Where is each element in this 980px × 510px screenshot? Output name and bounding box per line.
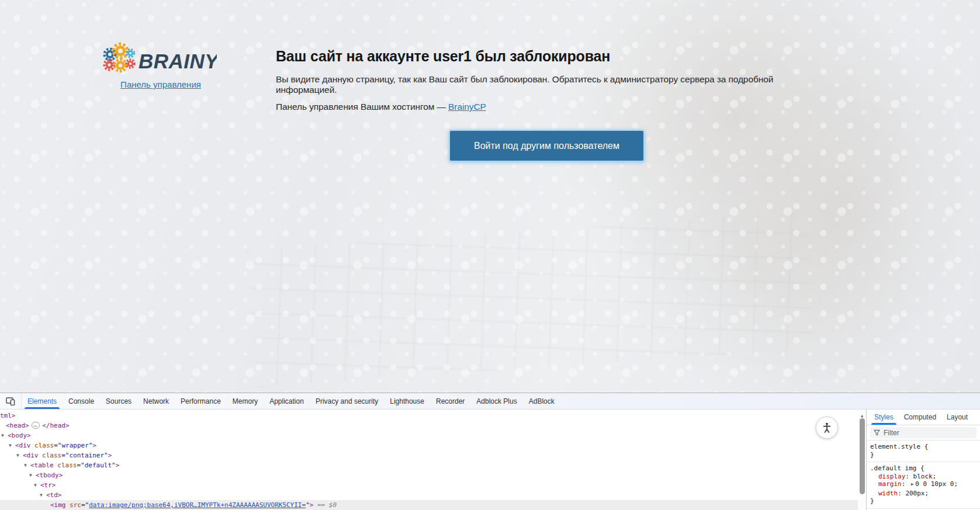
devtools-tab-adblock[interactable]: AdBlock [523, 393, 560, 409]
accessibility-button[interactable] [816, 417, 838, 439]
expand-arrow-icon[interactable]: ▼ [1, 431, 8, 440]
elements-tree-row[interactable]: ▼<div class="container"> [0, 450, 866, 460]
tree-node-tag: <div [15, 442, 31, 449]
expand-arrow-icon[interactable]: ▼ [34, 480, 40, 490]
styles-filter-row: Filter [867, 425, 980, 440]
elements-tree-row-selected[interactable]: <img src="data:image/png;base64,iVBOR…IM… [0, 500, 866, 510]
devtools-tabs: ElementsConsoleSourcesNetworkPerformance… [22, 393, 560, 409]
css-property-name[interactable]: display [878, 473, 905, 480]
devtools-tab-console[interactable]: Console [63, 393, 100, 409]
devtools-body: tml><head>…</head>▼<body>▼<div class="wr… [0, 410, 980, 510]
devtools-panel: ElementsConsoleSourcesNetworkPerformance… [0, 393, 980, 510]
devtools-tab-sources[interactable]: Sources [100, 393, 137, 409]
devtools-tab-performance[interactable]: Performance [175, 393, 227, 409]
background-keyboard-hint [247, 211, 816, 387]
elements-tree-row[interactable]: <head>…</head> [0, 421, 866, 431]
elements-tree-row[interactable]: ▼<td> [0, 490, 866, 500]
tree-node-val: ="container" [61, 452, 108, 459]
styles-rules: element.style {}.default img {display: b… [867, 440, 980, 510]
tree-node-val: =" [81, 501, 89, 509]
tree-node-note: == $0 [313, 501, 337, 509]
css-property-name[interactable]: margin [878, 480, 902, 488]
elements-tree-row[interactable]: ▼<body> [0, 431, 866, 440]
css-selector[interactable]: element.style { [870, 443, 976, 451]
elements-tree-row[interactable]: ▼<tr> [0, 480, 866, 490]
elements-tree: tml><head>…</head>▼<body>▼<div class="wr… [0, 411, 866, 510]
collapsed-content-button[interactable]: … [32, 422, 40, 429]
elements-tree-panel[interactable]: tml><head>…</head>▼<body>▼<div class="wr… [0, 410, 866, 510]
expand-arrow-icon[interactable]: ▼ [29, 470, 36, 480]
tree-node-tag: > [108, 452, 112, 459]
tree-node-tag: > [116, 462, 120, 469]
tree-node-val: ="default" [77, 462, 116, 469]
tree-node-link[interactable]: data:image/png;base64,iVBOR…IMYPTk+n4ZAA… [89, 501, 306, 509]
elements-tree-row[interactable]: tml> [0, 411, 866, 421]
css-declaration[interactable]: margin: ▶0 0 10px 0; [870, 480, 976, 490]
tree-node-tag: <body> [8, 432, 31, 439]
tree-node-tag: tml> [0, 412, 16, 419]
logo-block: BRAINY Панель управления [102, 42, 219, 90]
tree-node-attr: class [39, 452, 62, 459]
css-property-value[interactable]: 0 0 10px 0; [915, 480, 958, 488]
expand-arrow-icon[interactable]: ▼ [24, 460, 30, 470]
tree-node-tag: <table [30, 462, 54, 469]
tree-node-attr: src [66, 501, 82, 509]
css-rule-default-img[interactable]: .default img {display: block;margin: ▶0 … [867, 462, 980, 509]
control-panel-link[interactable]: Панель управления [120, 79, 201, 89]
styles-sidebar-tabs: StylesComputedLayout [867, 410, 980, 425]
expand-shorthand-icon[interactable]: ▶ [911, 481, 913, 489]
tree-node-attr: class [31, 442, 54, 449]
tree-node-val: ="wrapper" [54, 442, 92, 449]
devtools-tab-elements[interactable]: Elements [22, 393, 63, 409]
toggle-device-toolbar-button[interactable] [0, 393, 22, 409]
login-other-user-button[interactable]: Войти под другим пользователем [449, 130, 645, 162]
devtools-tab-application[interactable]: Application [264, 393, 310, 409]
scrollbar-thumb[interactable] [860, 418, 865, 494]
devtools-tab-recorder[interactable]: Recorder [430, 393, 470, 409]
css-declaration[interactable]: display: block; [870, 473, 976, 481]
styles-sidebar-tab-computed[interactable]: Computed [899, 410, 941, 425]
expand-arrow-icon[interactable]: ▼ [9, 440, 15, 450]
brainycp-link[interactable]: BrainyCP [448, 102, 486, 112]
css-rule-element-style[interactable]: element.style {} [867, 440, 980, 462]
expand-arrow-icon[interactable]: ▼ [40, 490, 46, 500]
logo-text: BRAINY [138, 50, 217, 72]
css-property-value[interactable]: block; [913, 473, 937, 480]
tree-node-attr: class [54, 462, 77, 469]
block-description: Вы видите данную страницу, так как Ваш с… [276, 74, 802, 95]
css-rule-close-brace: } [870, 451, 976, 459]
hosting-line: Панель управления Вашим хостингом — Brai… [276, 102, 802, 112]
styles-sidebar-tab-layout[interactable]: Layout [941, 410, 973, 425]
gear-brain-icon [105, 44, 135, 71]
styles-filter-input[interactable]: Filter [870, 427, 976, 438]
css-property-value[interactable]: 200px; [905, 490, 929, 497]
tree-node-tag: <head> [6, 422, 29, 429]
css-selector[interactable]: .default img { [870, 464, 976, 473]
devtools-tab-lighthouse[interactable]: Lighthouse [384, 393, 430, 409]
elements-scrollbar[interactable]: ▲ [858, 410, 866, 510]
background-photo-blob [614, 152, 917, 393]
devtools-tabbar: ElementsConsoleSourcesNetworkPerformance… [0, 393, 980, 410]
css-declaration[interactable]: width: 200px; [870, 490, 976, 498]
devtools-tab-network[interactable]: Network [137, 393, 175, 409]
block-message: Ваш сайт на аккаунте user1 был заблокиро… [276, 48, 802, 119]
blocked-page: BRAINY Панель управления Ваш сайт на акк… [0, 0, 980, 393]
devtools-tab-privacy-and-security[interactable]: Privacy and security [310, 393, 384, 409]
tree-node-tag: <div [23, 452, 39, 459]
styles-sidebar-tab-styles[interactable]: Styles [869, 410, 899, 425]
accessibility-person-icon [821, 422, 833, 433]
devtools-tab-adblock-plus[interactable]: Adblock Plus [470, 393, 522, 409]
hosting-line-text: Панель управления Вашим хостингом — [276, 102, 448, 112]
css-property-name[interactable]: width [878, 490, 898, 497]
tree-node-tag: <tbody> [36, 471, 63, 479]
devtools-tab-memory[interactable]: Memory [227, 393, 264, 409]
tree-node-tag: </head> [42, 422, 69, 429]
tree-node-val: " [306, 501, 310, 509]
tree-node-tag: > [92, 442, 96, 449]
elements-tree-row[interactable]: ▼<tbody> [0, 470, 866, 480]
elements-tree-row[interactable]: ▼<div class="wrapper"> [0, 440, 866, 450]
expand-arrow-icon[interactable]: ▼ [16, 450, 23, 460]
filter-placeholder: Filter [884, 429, 899, 437]
tree-node-tag: <tr> [40, 481, 56, 489]
elements-tree-row[interactable]: ▼<table class="default"> [0, 460, 866, 470]
